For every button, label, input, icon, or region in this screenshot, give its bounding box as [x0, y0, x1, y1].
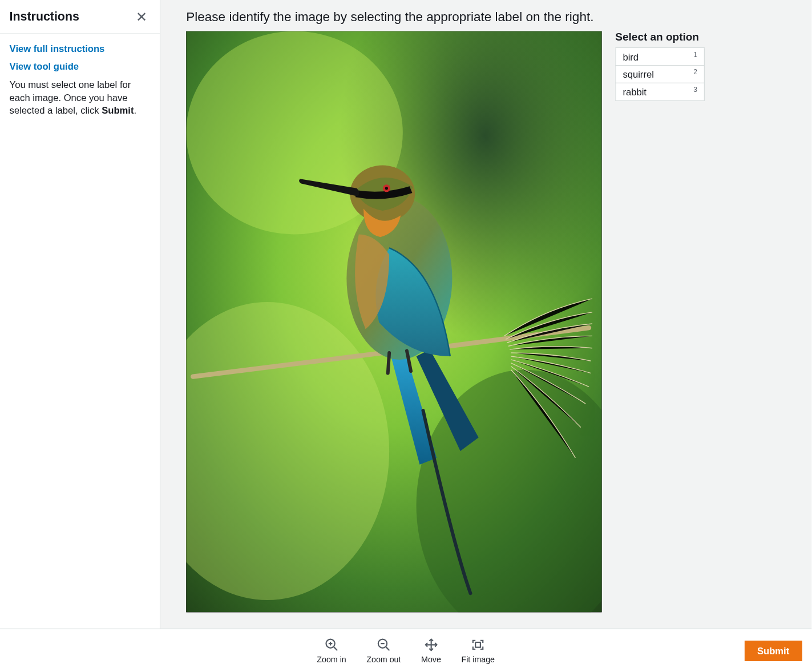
option-bird[interactable]: bird 1	[615, 48, 705, 66]
view-tool-guide-link[interactable]: View tool guide	[10, 61, 151, 72]
close-icon: ✕	[136, 9, 147, 24]
view-full-instructions-link[interactable]: View full instructions	[10, 43, 151, 54]
option-hotkey: 1	[693, 51, 697, 58]
zoom-out-icon	[376, 637, 391, 652]
move-icon	[423, 637, 438, 652]
instruction-text: You must select one label for each image…	[0, 79, 160, 117]
instructions-sidebar: Instructions ✕ View full instructions Vi…	[0, 0, 160, 629]
close-instructions-button[interactable]: ✕	[134, 10, 151, 23]
zoom-in-button[interactable]: Zoom in	[317, 637, 346, 664]
instructions-title: Instructions	[10, 10, 79, 24]
option-label: bird	[623, 51, 639, 62]
option-hotkey: 3	[693, 86, 697, 94]
submit-button[interactable]: Submit	[744, 641, 802, 661]
svg-line-10	[333, 646, 337, 650]
task-image-pane[interactable]	[186, 31, 601, 613]
svg-point-8	[385, 187, 388, 190]
zoom-in-icon	[324, 637, 339, 652]
option-hotkey: 2	[693, 69, 697, 76]
option-squirrel[interactable]: squirrel 2	[615, 66, 705, 83]
fit-image-icon	[471, 637, 486, 652]
svg-line-14	[386, 646, 390, 650]
task-image	[186, 31, 601, 613]
bottom-toolbar: Zoom in Zoom out Move Fit image Submit	[0, 629, 811, 672]
svg-rect-18	[475, 642, 480, 647]
option-rabbit[interactable]: rabbit 3	[615, 83, 705, 101]
task-header: Please identify the image by selecting t…	[160, 0, 811, 31]
fit-image-button[interactable]: Fit image	[461, 637, 495, 664]
option-list: bird 1 squirrel 2 rabbit 3	[615, 47, 705, 101]
options-title: Select an option	[615, 31, 705, 43]
option-label: rabbit	[623, 86, 647, 97]
move-button[interactable]: Move	[421, 637, 441, 664]
option-label: squirrel	[623, 69, 653, 79]
zoom-out-button[interactable]: Zoom out	[366, 637, 401, 664]
